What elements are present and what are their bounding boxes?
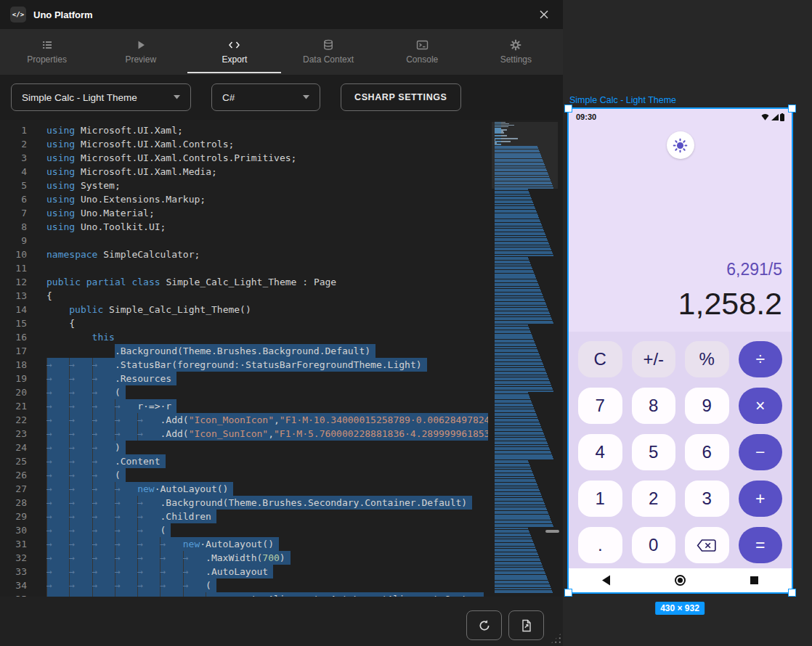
uno-platform-logo-icon: </> bbox=[10, 7, 26, 23]
tab-export[interactable]: Export bbox=[187, 29, 281, 75]
code-brackets-icon bbox=[228, 39, 240, 51]
line-number: 28 bbox=[0, 496, 27, 510]
code-line: 8using Uno.Toolkit.UI; bbox=[0, 220, 488, 234]
line-number: 19 bbox=[0, 372, 27, 385]
tab-label: Export bbox=[222, 54, 248, 65]
calc-key-7[interactable]: 7 bbox=[578, 388, 622, 424]
line-number: 26 bbox=[0, 468, 27, 482]
close-icon[interactable] bbox=[535, 6, 553, 23]
code-line: 23.Add("Icon_SunIcon","F1·M·5.7600002288… bbox=[0, 427, 488, 441]
code-line: 12public partial class Simple_Calc_Light… bbox=[0, 275, 488, 289]
calc-key-6[interactable]: 6 bbox=[685, 434, 729, 470]
code-editor[interactable]: 1using Microsoft.UI.Xaml;2using Microsof… bbox=[0, 120, 563, 597]
code-line: 20( bbox=[0, 385, 488, 399]
line-number: 2 bbox=[0, 137, 27, 151]
sun-icon bbox=[673, 138, 688, 153]
line-number: 12 bbox=[0, 275, 27, 289]
line-number: 29 bbox=[0, 510, 27, 523]
frame-selection-label[interactable]: Simple Calc - Light Theme bbox=[569, 95, 676, 105]
code-line: 14public Simple_Calc_Light_Theme() bbox=[0, 303, 488, 316]
code-line: 17.Background(Theme.Brushes.Background.D… bbox=[0, 344, 488, 358]
tab-data-context[interactable]: Data Context bbox=[281, 29, 375, 75]
calc-result: 1,258.2 bbox=[678, 286, 782, 322]
language-select[interactable]: C# bbox=[211, 83, 320, 111]
tab-console[interactable]: Console bbox=[375, 29, 469, 75]
calc-key-.[interactable]: . bbox=[578, 527, 622, 563]
code-line: 21r·=>·r bbox=[0, 399, 488, 413]
line-number: 10 bbox=[0, 248, 27, 261]
export-file-button[interactable] bbox=[508, 610, 544, 640]
line-number: 34 bbox=[0, 578, 27, 592]
tab-preview[interactable]: Preview bbox=[94, 29, 187, 75]
calc-key-+/-[interactable]: +/- bbox=[632, 341, 676, 377]
selection-handle-bottom-left[interactable] bbox=[564, 589, 572, 597]
line-number: 21 bbox=[0, 399, 27, 413]
calc-key-÷[interactable]: ÷ bbox=[739, 341, 783, 377]
calc-key-=[interactable]: = bbox=[739, 527, 783, 563]
calc-key-2[interactable]: 2 bbox=[632, 481, 676, 517]
database-icon bbox=[322, 39, 334, 51]
line-number: 14 bbox=[0, 303, 27, 316]
calc-key-C[interactable]: C bbox=[578, 341, 622, 377]
line-number: 30 bbox=[0, 523, 27, 537]
selection-handle-bottom-right[interactable] bbox=[788, 589, 796, 597]
nav-overview-icon bbox=[750, 576, 758, 584]
gear-icon bbox=[510, 39, 521, 51]
panel-footer bbox=[0, 597, 563, 646]
status-icons bbox=[761, 113, 784, 121]
minimap-bars bbox=[495, 122, 553, 593]
csharp-settings-button[interactable]: CSHARP SETTINGS bbox=[341, 83, 461, 111]
tab-label: Properties bbox=[27, 54, 67, 65]
code-line: 6using Uno.Extensions.Markup; bbox=[0, 192, 488, 206]
code-line: 25.Content bbox=[0, 454, 488, 468]
refresh-button[interactable] bbox=[466, 610, 502, 640]
tab-label: Settings bbox=[500, 54, 532, 65]
calc-key-×[interactable]: × bbox=[739, 388, 783, 424]
tab-properties[interactable]: Properties bbox=[0, 29, 94, 75]
theme-toggle-button[interactable] bbox=[667, 131, 694, 159]
resize-grip[interactable] bbox=[550, 632, 562, 645]
calc-key-−[interactable]: − bbox=[739, 434, 783, 470]
tab-label: Data Context bbox=[303, 54, 354, 65]
calc-key-4[interactable]: 4 bbox=[578, 434, 622, 470]
calc-display: 6,291/5 1,258.2 bbox=[678, 260, 782, 322]
scrollbar-thumb[interactable] bbox=[545, 530, 559, 533]
line-number: 18 bbox=[0, 358, 27, 372]
terminal-icon bbox=[416, 39, 429, 51]
line-number: 24 bbox=[0, 441, 27, 454]
line-number: 13 bbox=[0, 289, 27, 303]
figma-canvas[interactable]: Simple Calc - Light Theme 09:30 bbox=[563, 0, 812, 646]
calc-keypad: C+/-%÷789×456−123+.0= bbox=[569, 332, 792, 568]
calc-key-backspace[interactable] bbox=[685, 527, 729, 563]
code-line: 26( bbox=[0, 468, 488, 482]
tab-bar: Properties Preview Export Data Context C… bbox=[0, 29, 563, 75]
line-number: 5 bbox=[0, 179, 27, 192]
play-icon bbox=[135, 39, 147, 51]
calc-key-0[interactable]: 0 bbox=[632, 527, 676, 563]
code-line: 15{ bbox=[0, 316, 488, 330]
calc-key-1[interactable]: 1 bbox=[578, 481, 622, 517]
theme-select[interactable]: Simple Calc - Light Theme bbox=[11, 83, 191, 111]
calc-key-%[interactable]: % bbox=[685, 341, 729, 377]
properties-icon bbox=[41, 39, 53, 51]
line-number: 25 bbox=[0, 454, 27, 468]
code-line: 31new·AutoLayout() bbox=[0, 537, 488, 551]
battery-icon bbox=[780, 113, 784, 121]
code-line: 2using Microsoft.UI.Xaml.Controls; bbox=[0, 137, 488, 151]
calc-key-9[interactable]: 9 bbox=[685, 388, 729, 424]
calc-key-3[interactable]: 3 bbox=[685, 481, 729, 517]
code-lines[interactable]: 1using Microsoft.UI.Xaml;2using Microsof… bbox=[0, 123, 488, 597]
minimap[interactable] bbox=[495, 122, 553, 597]
calc-key-+[interactable]: + bbox=[739, 481, 783, 517]
line-number: 9 bbox=[0, 234, 27, 248]
theme-select-value: Simple Calc - Light Theme bbox=[22, 92, 137, 103]
calc-key-5[interactable]: 5 bbox=[632, 434, 676, 470]
tab-settings[interactable]: Settings bbox=[469, 29, 563, 75]
android-navbar bbox=[569, 568, 792, 592]
selection-handle-top-left[interactable] bbox=[564, 105, 572, 113]
code-line: 3using Microsoft.UI.Xaml.Controls.Primit… bbox=[0, 151, 488, 165]
phone-frame[interactable]: 09:30 6,291/5 1,258.2 C+/-%÷78 bbox=[567, 107, 793, 594]
line-number: 31 bbox=[0, 537, 27, 551]
calc-key-8[interactable]: 8 bbox=[632, 388, 676, 424]
selection-handle-top-right[interactable] bbox=[788, 105, 796, 113]
